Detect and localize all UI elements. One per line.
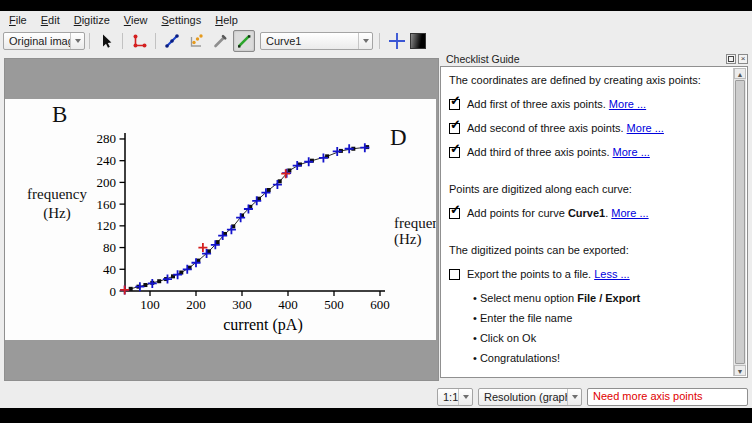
segment-fill-tool-button[interactable] bbox=[233, 30, 255, 52]
curve-selector-value: Curve1 bbox=[261, 35, 358, 47]
svg-text:200: 200 bbox=[186, 297, 206, 312]
checked-checkbox-icon[interactable] bbox=[449, 123, 460, 134]
background-selector-combo[interactable]: Original image bbox=[3, 32, 85, 50]
select-tool-button[interactable] bbox=[95, 30, 117, 52]
toolbar-separator bbox=[379, 33, 380, 49]
checklist-guide-dock: Checklist Guide × The coordinates are de… bbox=[440, 52, 748, 378]
pencil-icon bbox=[212, 33, 228, 49]
original-image-points bbox=[129, 145, 369, 291]
graph-scene-view[interactable]: 04080120160200240280100200300400500600cu… bbox=[4, 58, 439, 381]
checklist-text: Points are digitized along each curve: bbox=[449, 183, 728, 196]
svg-text:100: 100 bbox=[140, 297, 160, 312]
svg-text:500: 500 bbox=[324, 297, 344, 312]
chevron-down-icon bbox=[458, 389, 472, 405]
background-selector-value: Original image bbox=[4, 35, 70, 47]
menu-help[interactable]: Help bbox=[210, 12, 247, 28]
status-message-field[interactable]: Need more axis points bbox=[587, 388, 748, 406]
chevron-down-icon bbox=[358, 33, 372, 49]
checklist-step: Add first of three axis points. More ... bbox=[449, 98, 728, 111]
scroll-up-icon[interactable]: ▲ bbox=[734, 68, 746, 79]
chevron-down-icon bbox=[567, 389, 581, 405]
menu-view[interactable]: View bbox=[119, 12, 157, 28]
checklist-body: The coordinates are defined by creating … bbox=[441, 67, 734, 377]
checklist-bullet: Select menu option File / Export bbox=[473, 292, 728, 305]
dock-titlebar: Checklist Guide × bbox=[440, 52, 748, 65]
color-picker-tool-button[interactable] bbox=[209, 30, 231, 52]
svg-text:400: 400 bbox=[278, 297, 298, 312]
svg-text:0: 0 bbox=[110, 284, 117, 299]
checked-checkbox-icon[interactable] bbox=[449, 147, 460, 158]
svg-text:40: 40 bbox=[103, 262, 116, 277]
toolbar-separator bbox=[89, 33, 90, 49]
axis-points bbox=[120, 169, 290, 294]
engauge-digitizer-window: FileEditDigitizeViewSettingsHelp Origina… bbox=[0, 11, 752, 408]
checklist-bullet: Congratulations! bbox=[473, 352, 728, 365]
toolbar: Original image bbox=[0, 29, 752, 53]
gradient-swatch-icon bbox=[410, 33, 426, 49]
chevron-down-icon bbox=[70, 33, 84, 49]
resolution-value: Resolution (graph): bbox=[479, 391, 567, 403]
cursor-arrow-icon bbox=[98, 33, 114, 49]
vertical-scrollbar[interactable]: ▲ ▼ bbox=[733, 68, 746, 376]
checklist-link[interactable]: More ... bbox=[611, 207, 648, 219]
crosshair-icon bbox=[387, 31, 407, 51]
axis-point-icon bbox=[131, 33, 147, 49]
menu-file[interactable]: File bbox=[4, 12, 36, 28]
svg-text:80: 80 bbox=[103, 240, 116, 255]
scrollbar-thumb[interactable] bbox=[735, 80, 745, 364]
checklist-link[interactable]: Less ... bbox=[594, 268, 629, 280]
svg-text:120: 120 bbox=[97, 218, 117, 233]
checklist-link[interactable]: More ... bbox=[609, 98, 646, 110]
svg-text:280: 280 bbox=[97, 131, 117, 146]
dock-title: Checklist Guide bbox=[446, 53, 520, 65]
svg-text:300: 300 bbox=[232, 297, 252, 312]
checklist-step: Add points for curve Curve1. More ... bbox=[449, 207, 728, 220]
y-axis-label: frequency(Hz) bbox=[17, 185, 97, 223]
menu-edit[interactable]: Edit bbox=[36, 12, 69, 28]
checklist-step: Add third of three axis points. More ... bbox=[449, 146, 728, 159]
zoom-value: 1:1 bbox=[438, 391, 458, 403]
checklist-step: Add second of three axis points. More ..… bbox=[449, 122, 728, 135]
checklist-link[interactable]: More ... bbox=[613, 146, 650, 158]
x-axis-label: current (pA) bbox=[223, 316, 303, 334]
curve-point-tool-button[interactable] bbox=[161, 30, 183, 52]
checklist-content: The coordinates are defined by creating … bbox=[440, 66, 748, 378]
unchecked-checkbox-icon[interactable] bbox=[449, 269, 460, 280]
checklist-step: Export the points to a file. Less ... bbox=[449, 268, 728, 281]
toolbar-separator bbox=[155, 33, 156, 49]
panel-letter-d: D bbox=[390, 125, 407, 151]
dock-float-icon[interactable] bbox=[726, 54, 736, 64]
checklist-text: The coordinates are defined by creating … bbox=[449, 74, 728, 87]
point-match-icon bbox=[188, 33, 204, 49]
y-axis-label-right-clipped: frequency(Hz) bbox=[394, 215, 436, 247]
segment-fill-icon bbox=[236, 33, 252, 49]
graph-image[interactable]: 04080120160200240280100200300400500600cu… bbox=[5, 99, 436, 340]
curve-point-icon bbox=[164, 33, 180, 49]
menubar: FileEditDigitizeViewSettingsHelp bbox=[0, 11, 752, 29]
statusbar: 1:1 Resolution (graph): Need more axis p… bbox=[437, 387, 748, 406]
point-match-tool-button[interactable] bbox=[185, 30, 207, 52]
menu-settings[interactable]: Settings bbox=[156, 12, 210, 28]
svg-text:240: 240 bbox=[97, 153, 117, 168]
toolbar-separator bbox=[122, 33, 123, 49]
digitized-curve-points bbox=[120, 143, 369, 294]
curve-selector-combo[interactable]: Curve1 bbox=[260, 32, 373, 50]
zoom-combo[interactable]: 1:1 bbox=[437, 388, 473, 406]
checked-checkbox-icon[interactable] bbox=[449, 208, 460, 219]
svg-text:600: 600 bbox=[370, 297, 390, 312]
panel-letter-b: B bbox=[52, 102, 67, 128]
svg-text:200: 200 bbox=[97, 175, 117, 190]
checked-checkbox-icon[interactable] bbox=[449, 99, 460, 110]
scroll-down-icon[interactable]: ▼ bbox=[734, 365, 746, 376]
checklist-link[interactable]: More ... bbox=[627, 122, 664, 134]
axis-point-tool-button[interactable] bbox=[128, 30, 150, 52]
menu-digitize[interactable]: Digitize bbox=[69, 12, 119, 28]
checklist-bullet: Click on Ok bbox=[473, 332, 728, 345]
svg-text:160: 160 bbox=[97, 197, 117, 212]
checklist-text: The digitized points can be exported: bbox=[449, 244, 728, 257]
dock-close-icon[interactable]: × bbox=[738, 54, 748, 64]
resolution-combo[interactable]: Resolution (graph): bbox=[478, 388, 582, 406]
checklist-bullet: Enter the file name bbox=[473, 312, 728, 325]
